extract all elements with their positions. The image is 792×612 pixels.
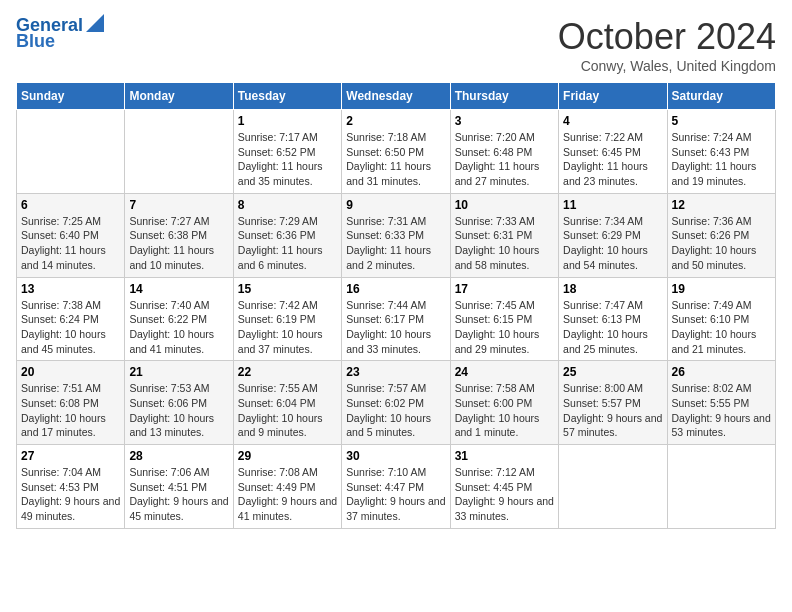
day-number: 4	[563, 114, 662, 128]
day-info: Sunrise: 8:02 AM Sunset: 5:55 PM Dayligh…	[672, 381, 771, 440]
calendar-cell: 6Sunrise: 7:25 AM Sunset: 6:40 PM Daylig…	[17, 193, 125, 277]
day-info: Sunrise: 7:10 AM Sunset: 4:47 PM Dayligh…	[346, 465, 445, 524]
day-info: Sunrise: 7:29 AM Sunset: 6:36 PM Dayligh…	[238, 214, 337, 273]
day-number: 13	[21, 282, 120, 296]
day-number: 16	[346, 282, 445, 296]
calendar-cell	[667, 445, 775, 529]
day-info: Sunrise: 7:34 AM Sunset: 6:29 PM Dayligh…	[563, 214, 662, 273]
day-info: Sunrise: 7:38 AM Sunset: 6:24 PM Dayligh…	[21, 298, 120, 357]
col-header-wednesday: Wednesday	[342, 83, 450, 110]
calendar-cell: 29Sunrise: 7:08 AM Sunset: 4:49 PM Dayli…	[233, 445, 341, 529]
logo-text-line2: Blue	[16, 32, 55, 52]
logo: General Blue	[16, 16, 104, 52]
day-info: Sunrise: 7:45 AM Sunset: 6:15 PM Dayligh…	[455, 298, 554, 357]
day-info: Sunrise: 7:36 AM Sunset: 6:26 PM Dayligh…	[672, 214, 771, 273]
calendar-cell: 5Sunrise: 7:24 AM Sunset: 6:43 PM Daylig…	[667, 110, 775, 194]
day-number: 14	[129, 282, 228, 296]
calendar-cell: 20Sunrise: 7:51 AM Sunset: 6:08 PM Dayli…	[17, 361, 125, 445]
day-number: 8	[238, 198, 337, 212]
calendar-cell: 24Sunrise: 7:58 AM Sunset: 6:00 PM Dayli…	[450, 361, 558, 445]
day-info: Sunrise: 7:25 AM Sunset: 6:40 PM Dayligh…	[21, 214, 120, 273]
calendar-cell: 9Sunrise: 7:31 AM Sunset: 6:33 PM Daylig…	[342, 193, 450, 277]
calendar-cell: 11Sunrise: 7:34 AM Sunset: 6:29 PM Dayli…	[559, 193, 667, 277]
day-number: 23	[346, 365, 445, 379]
calendar-cell: 10Sunrise: 7:33 AM Sunset: 6:31 PM Dayli…	[450, 193, 558, 277]
svg-marker-0	[86, 14, 104, 32]
day-number: 1	[238, 114, 337, 128]
day-info: Sunrise: 7:42 AM Sunset: 6:19 PM Dayligh…	[238, 298, 337, 357]
calendar-week-4: 20Sunrise: 7:51 AM Sunset: 6:08 PM Dayli…	[17, 361, 776, 445]
day-info: Sunrise: 7:04 AM Sunset: 4:53 PM Dayligh…	[21, 465, 120, 524]
day-info: Sunrise: 7:33 AM Sunset: 6:31 PM Dayligh…	[455, 214, 554, 273]
calendar-cell: 12Sunrise: 7:36 AM Sunset: 6:26 PM Dayli…	[667, 193, 775, 277]
col-header-saturday: Saturday	[667, 83, 775, 110]
calendar-cell: 4Sunrise: 7:22 AM Sunset: 6:45 PM Daylig…	[559, 110, 667, 194]
day-number: 7	[129, 198, 228, 212]
calendar-cell	[17, 110, 125, 194]
calendar-week-5: 27Sunrise: 7:04 AM Sunset: 4:53 PM Dayli…	[17, 445, 776, 529]
day-number: 21	[129, 365, 228, 379]
day-number: 18	[563, 282, 662, 296]
logo-triangle-icon	[86, 14, 104, 32]
calendar-header-row: SundayMondayTuesdayWednesdayThursdayFrid…	[17, 83, 776, 110]
day-number: 15	[238, 282, 337, 296]
day-info: Sunrise: 7:31 AM Sunset: 6:33 PM Dayligh…	[346, 214, 445, 273]
col-header-monday: Monday	[125, 83, 233, 110]
day-number: 27	[21, 449, 120, 463]
calendar-cell: 31Sunrise: 7:12 AM Sunset: 4:45 PM Dayli…	[450, 445, 558, 529]
day-number: 2	[346, 114, 445, 128]
calendar-cell: 16Sunrise: 7:44 AM Sunset: 6:17 PM Dayli…	[342, 277, 450, 361]
calendar-week-3: 13Sunrise: 7:38 AM Sunset: 6:24 PM Dayli…	[17, 277, 776, 361]
day-info: Sunrise: 7:47 AM Sunset: 6:13 PM Dayligh…	[563, 298, 662, 357]
col-header-sunday: Sunday	[17, 83, 125, 110]
calendar-cell: 15Sunrise: 7:42 AM Sunset: 6:19 PM Dayli…	[233, 277, 341, 361]
calendar-cell: 7Sunrise: 7:27 AM Sunset: 6:38 PM Daylig…	[125, 193, 233, 277]
col-header-thursday: Thursday	[450, 83, 558, 110]
calendar-cell: 30Sunrise: 7:10 AM Sunset: 4:47 PM Dayli…	[342, 445, 450, 529]
day-number: 28	[129, 449, 228, 463]
day-number: 22	[238, 365, 337, 379]
calendar-cell: 27Sunrise: 7:04 AM Sunset: 4:53 PM Dayli…	[17, 445, 125, 529]
calendar-cell: 2Sunrise: 7:18 AM Sunset: 6:50 PM Daylig…	[342, 110, 450, 194]
calendar-cell: 28Sunrise: 7:06 AM Sunset: 4:51 PM Dayli…	[125, 445, 233, 529]
day-number: 11	[563, 198, 662, 212]
calendar-week-2: 6Sunrise: 7:25 AM Sunset: 6:40 PM Daylig…	[17, 193, 776, 277]
day-info: Sunrise: 8:00 AM Sunset: 5:57 PM Dayligh…	[563, 381, 662, 440]
col-header-friday: Friday	[559, 83, 667, 110]
calendar-cell: 14Sunrise: 7:40 AM Sunset: 6:22 PM Dayli…	[125, 277, 233, 361]
calendar-cell: 18Sunrise: 7:47 AM Sunset: 6:13 PM Dayli…	[559, 277, 667, 361]
location-subtitle: Conwy, Wales, United Kingdom	[558, 58, 776, 74]
day-number: 10	[455, 198, 554, 212]
day-info: Sunrise: 7:49 AM Sunset: 6:10 PM Dayligh…	[672, 298, 771, 357]
page-header: General Blue October 2024 Conwy, Wales, …	[16, 16, 776, 74]
day-info: Sunrise: 7:40 AM Sunset: 6:22 PM Dayligh…	[129, 298, 228, 357]
calendar-cell	[559, 445, 667, 529]
day-number: 20	[21, 365, 120, 379]
calendar-cell: 13Sunrise: 7:38 AM Sunset: 6:24 PM Dayli…	[17, 277, 125, 361]
calendar-cell: 26Sunrise: 8:02 AM Sunset: 5:55 PM Dayli…	[667, 361, 775, 445]
day-number: 12	[672, 198, 771, 212]
calendar-week-1: 1Sunrise: 7:17 AM Sunset: 6:52 PM Daylig…	[17, 110, 776, 194]
day-info: Sunrise: 7:20 AM Sunset: 6:48 PM Dayligh…	[455, 130, 554, 189]
calendar-cell: 22Sunrise: 7:55 AM Sunset: 6:04 PM Dayli…	[233, 361, 341, 445]
day-info: Sunrise: 7:53 AM Sunset: 6:06 PM Dayligh…	[129, 381, 228, 440]
day-info: Sunrise: 7:18 AM Sunset: 6:50 PM Dayligh…	[346, 130, 445, 189]
month-title: October 2024	[558, 16, 776, 58]
calendar-cell: 17Sunrise: 7:45 AM Sunset: 6:15 PM Dayli…	[450, 277, 558, 361]
day-number: 3	[455, 114, 554, 128]
day-info: Sunrise: 7:55 AM Sunset: 6:04 PM Dayligh…	[238, 381, 337, 440]
day-number: 5	[672, 114, 771, 128]
day-number: 6	[21, 198, 120, 212]
day-number: 19	[672, 282, 771, 296]
calendar-cell: 19Sunrise: 7:49 AM Sunset: 6:10 PM Dayli…	[667, 277, 775, 361]
day-info: Sunrise: 7:44 AM Sunset: 6:17 PM Dayligh…	[346, 298, 445, 357]
calendar-cell	[125, 110, 233, 194]
day-number: 30	[346, 449, 445, 463]
title-block: October 2024 Conwy, Wales, United Kingdo…	[558, 16, 776, 74]
calendar-cell: 3Sunrise: 7:20 AM Sunset: 6:48 PM Daylig…	[450, 110, 558, 194]
day-number: 24	[455, 365, 554, 379]
day-info: Sunrise: 7:06 AM Sunset: 4:51 PM Dayligh…	[129, 465, 228, 524]
day-number: 17	[455, 282, 554, 296]
day-number: 29	[238, 449, 337, 463]
day-info: Sunrise: 7:12 AM Sunset: 4:45 PM Dayligh…	[455, 465, 554, 524]
